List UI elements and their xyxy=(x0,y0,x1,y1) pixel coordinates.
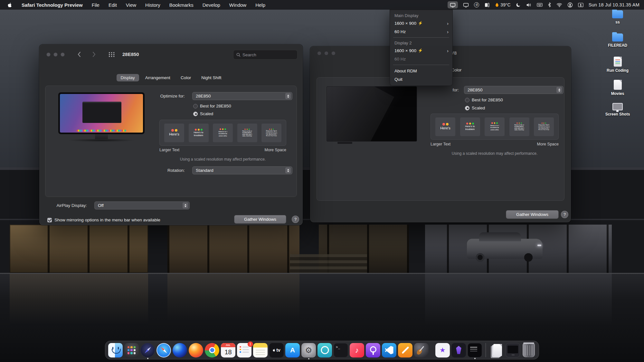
volume-menubar-icon[interactable] xyxy=(526,1,532,8)
gather-windows-button[interactable]: Gather Windows xyxy=(234,215,286,224)
desktop-icon-screen-shots[interactable]: Screen Shots xyxy=(598,103,638,116)
dock-chrome-icon[interactable] xyxy=(205,343,219,357)
forward-button[interactable] xyxy=(92,51,96,59)
scale-option-1[interactable]: Here's xyxy=(164,124,184,142)
dock-finder-icon[interactable] xyxy=(108,343,123,357)
dock-documents-stack-icon[interactable] xyxy=(489,343,504,357)
rdm-item-refresh-main[interactable]: 60 Hz › xyxy=(390,27,452,36)
dock-podcasts-icon[interactable] xyxy=(366,343,380,357)
optimize-for-popup[interactable]: 28E850 xyxy=(192,92,292,100)
scale-option-4[interactable]: Here's to the cr troublemakers. ones who… xyxy=(237,124,257,142)
dock-trash-icon[interactable] xyxy=(523,343,535,357)
scale-option-5[interactable]: Here's to the crazy on troublemakers. Th… xyxy=(261,124,281,142)
rdm-item-resolution-main[interactable]: 1600 × 900 ⚡ › xyxy=(390,19,452,27)
back-button[interactable] xyxy=(77,51,81,59)
scale-option-4[interactable]: Here's to the cr troublemakers. ones who… xyxy=(509,117,529,136)
scaled-radio-row[interactable]: Scaled xyxy=(465,106,485,110)
keyboard-menubar-icon[interactable] xyxy=(537,1,543,8)
show-all-preferences-button[interactable] xyxy=(109,52,115,58)
scaled-radio-row[interactable]: Scaled xyxy=(193,111,213,116)
radio-unselected-icon[interactable] xyxy=(465,98,469,102)
scale-option-3[interactable]: Here's to t troublema ones who xyxy=(485,117,505,136)
dock-photo-booth-icon[interactable] xyxy=(317,343,332,357)
apple-menu[interactable] xyxy=(7,2,13,8)
menu-window[interactable]: Window xyxy=(229,2,246,8)
minimize-button[interactable] xyxy=(324,51,328,55)
menu-bar-clock[interactable]: Sun 18 Jul 10.31.35 AM xyxy=(589,2,639,7)
menu-help[interactable]: Help xyxy=(255,2,265,8)
menu-develop[interactable]: Develop xyxy=(203,2,220,8)
menu-edit[interactable]: Edit xyxy=(109,2,117,8)
dock-notes-icon[interactable] xyxy=(253,343,268,357)
dock-obsidian-icon[interactable] xyxy=(451,343,466,357)
tab-color[interactable]: Color xyxy=(176,74,195,81)
radio-unselected-icon[interactable] xyxy=(193,104,198,108)
dock-garageband-icon[interactable] xyxy=(414,343,429,357)
mirroring-checkbox-row[interactable]: Show mirroring options in the menu bar w… xyxy=(47,218,160,222)
search-input[interactable] xyxy=(242,52,291,57)
desktop-icon-ss[interactable]: ss xyxy=(598,10,638,24)
menu-history[interactable]: History xyxy=(145,2,160,8)
dock-launchpad-icon[interactable] xyxy=(124,343,139,357)
dock-pixelmator-icon[interactable]: ★ xyxy=(435,343,450,357)
zoom-button[interactable] xyxy=(331,51,336,55)
scale-option-2[interactable]: Here's to troublem xyxy=(460,117,480,136)
tab-arrangement[interactable]: Arrangement xyxy=(141,74,175,81)
dock-apple-tv-icon[interactable]: tv xyxy=(269,343,284,357)
tab-display[interactable]: Display xyxy=(117,74,139,81)
dnd-moon-menubar-icon[interactable] xyxy=(516,1,521,8)
fast-user-switch-menubar-icon[interactable] xyxy=(578,1,583,8)
zoom-button[interactable] xyxy=(61,52,65,57)
help-button[interactable]: ? xyxy=(561,211,568,218)
best-for-radio-row[interactable]: Best for 28E850 xyxy=(193,104,231,108)
menu-view[interactable]: View xyxy=(126,2,136,8)
dock-display-shortcut-icon[interactable] xyxy=(506,343,520,357)
best-for-radio-row[interactable]: Best for 28E850 xyxy=(465,97,503,102)
rdm-item-quit[interactable]: Quit xyxy=(390,75,452,83)
close-button[interactable] xyxy=(317,51,321,55)
rotation-popup[interactable]: Standard xyxy=(192,166,292,174)
dock-firefox-developer-icon[interactable] xyxy=(173,343,187,357)
rdm-item-about[interactable]: About RDM xyxy=(390,67,452,75)
active-app-menu[interactable]: Safari Technology Preview xyxy=(22,2,83,8)
rdm-menubar-icon[interactable] xyxy=(448,1,458,8)
temperature-menubar-item[interactable]: 39°C xyxy=(495,1,510,8)
dock-calendar-icon[interactable]: JUL 18 xyxy=(221,343,235,357)
dock-app-store-icon[interactable]: A xyxy=(285,343,300,357)
user-account-menubar-icon[interactable] xyxy=(567,1,573,8)
checkbox-checked-icon[interactable] xyxy=(47,218,52,222)
dock-vscode-icon[interactable] xyxy=(382,343,396,357)
rdm-item-resolution-display2[interactable]: 1600 × 900 ⚡ › xyxy=(390,46,452,55)
dato-menubar-icon[interactable]: d xyxy=(474,1,479,8)
airplay-display-popup[interactable]: Off xyxy=(94,201,190,209)
dock-safari-icon[interactable] xyxy=(156,343,171,357)
scale-option-5[interactable]: Here's to the crazy on troublemakers. Th… xyxy=(534,117,554,136)
bluetooth-menubar-icon[interactable] xyxy=(548,1,551,8)
scale-option-2[interactable]: Here's to troublem xyxy=(189,124,209,142)
help-button[interactable]: ? xyxy=(292,216,299,223)
radio-selected-icon[interactable] xyxy=(193,112,198,116)
wifi-menubar-icon[interactable] xyxy=(556,1,562,8)
dock-safari-tech-preview-icon[interactable] xyxy=(140,343,155,357)
gather-windows-button[interactable]: Gather Windows xyxy=(506,210,559,219)
desktop-icon-movies[interactable]: Movies xyxy=(598,80,638,96)
desktop-icon-run-coding[interactable]: Run Coding xyxy=(598,57,638,73)
menu-file[interactable]: File xyxy=(92,2,99,8)
dock-reminders-icon[interactable]: 1 xyxy=(237,343,251,357)
scale-option-3[interactable]: Here's to t troublema ones who xyxy=(213,124,233,142)
dock-music-icon[interactable]: ♪ xyxy=(350,343,364,357)
desktop-icon-fileread[interactable]: FILEREAD xyxy=(598,33,638,48)
radio-selected-icon[interactable] xyxy=(465,106,469,110)
display-menubar-icon[interactable] xyxy=(463,1,469,8)
dock-terminal-icon[interactable]: >_ xyxy=(334,343,348,357)
dock-firefox-icon[interactable] xyxy=(189,343,203,357)
window-manager-menubar-icon[interactable] xyxy=(484,1,490,8)
dock-exec-terminal-icon[interactable] xyxy=(468,343,482,357)
dock-drawing-app-icon[interactable] xyxy=(398,343,412,357)
minimize-button[interactable] xyxy=(53,52,58,57)
search-field[interactable] xyxy=(233,50,298,60)
dock-system-preferences-icon[interactable]: ⚙ xyxy=(301,343,316,357)
scale-option-1[interactable]: Here's xyxy=(435,117,455,136)
tab-night-shift[interactable]: Night Shift xyxy=(197,74,225,81)
optimize-for-popup[interactable]: 28E850 xyxy=(464,86,564,94)
